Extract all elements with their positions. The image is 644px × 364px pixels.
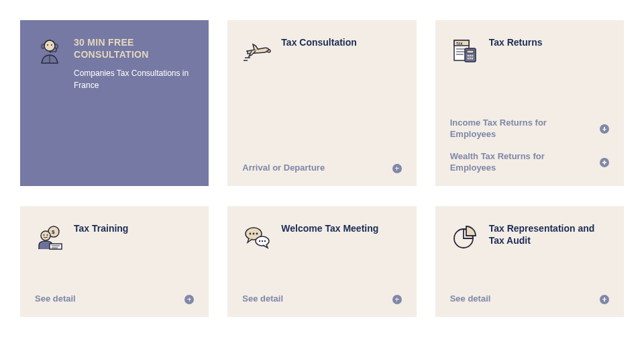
svg-rect-2 [55,44,58,48]
svg-point-25 [44,234,45,236]
card-tax-returns: TAX Tax Returns Income Tax Returns for E… [435,20,624,186]
link-label: See detail [35,293,76,305]
svg-point-33 [256,233,258,235]
svg-point-18 [471,55,473,57]
card-welcome-tax-meeting: Welcome Tax Meeting See detail [227,206,416,317]
svg-text:$: $ [52,229,55,235]
card-title: Tax Representation and Tax Audit [489,222,609,252]
plus-icon [600,124,609,134]
card-tax-consultation: Tax Consultation Arrival or Departure [227,20,416,186]
link-label: See detail [450,293,491,305]
link-label: Income Tax Returns for Employees [450,118,584,140]
svg-point-37 [264,240,266,242]
svg-point-26 [47,234,48,236]
svg-point-17 [469,55,471,57]
svg-rect-15 [467,50,474,53]
services-grid: 30 MIN FREE CONSULTATION Companies Tax C… [20,20,624,317]
plus-icon [600,295,609,304]
card-header: 30 MIN FREE CONSULTATION Companies Tax C… [35,36,194,91]
card-free-consultation[interactable]: 30 MIN FREE CONSULTATION Companies Tax C… [20,20,209,186]
card-header: Tax Representation and Tax Audit [450,222,609,252]
card-subtitle: Companies Tax Consultations in France [74,67,194,91]
link-label: Wealth Tax Returns for Employees [450,151,584,174]
link-label: See detail [242,293,283,305]
svg-point-36 [262,240,263,242]
tax-document-icon: TAX [450,36,480,66]
svg-point-20 [469,58,471,60]
link-arrival-departure[interactable]: Arrival or Departure [242,160,401,174]
svg-rect-1 [42,44,44,48]
svg-point-5 [51,44,52,46]
svg-point-31 [250,233,252,235]
svg-text:TAX: TAX [456,42,463,46]
plus-icon [392,164,402,173]
card-header: $ Tax Training [35,222,194,252]
link-wealth-tax-returns[interactable]: Wealth Tax Returns for Employees [450,148,609,174]
chat-bubbles-icon [242,222,272,252]
svg-point-16 [467,55,469,57]
plus-icon [392,295,402,304]
headset-person-icon [35,36,64,66]
svg-point-3 [50,51,52,53]
training-icon: $ [35,222,64,252]
svg-rect-27 [50,244,62,249]
card-header: Tax Consultation [242,36,401,66]
svg-point-21 [471,58,473,60]
link-label: Arrival or Departure [242,163,325,174]
card-header: Welcome Tax Meeting [242,222,401,252]
plus-icon [600,158,609,167]
card-tax-representation-audit: Tax Representation and Tax Audit See det… [435,206,624,317]
svg-point-32 [253,233,255,235]
card-tax-training: $ Tax Training See detail [20,206,209,317]
pie-chart-icon [450,222,480,252]
airplane-icon [242,36,272,66]
card-header: TAX Tax Returns [450,36,609,66]
card-title: Tax Training [74,222,128,252]
plus-icon [184,295,194,304]
link-see-detail[interactable]: See detail [450,291,609,305]
svg-point-19 [467,58,469,60]
link-see-detail[interactable]: See detail [242,291,401,305]
link-income-tax-returns[interactable]: Income Tax Returns for Employees [450,115,609,140]
card-title: 30 MIN FREE CONSULTATION [74,36,194,60]
card-title: Tax Consultation [281,36,357,66]
card-title: Tax Returns [489,36,543,66]
svg-point-24 [41,231,50,240]
link-see-detail[interactable]: See detail [35,291,194,305]
svg-point-35 [259,240,260,242]
svg-point-4 [47,44,48,46]
card-title: Welcome Tax Meeting [281,222,378,252]
